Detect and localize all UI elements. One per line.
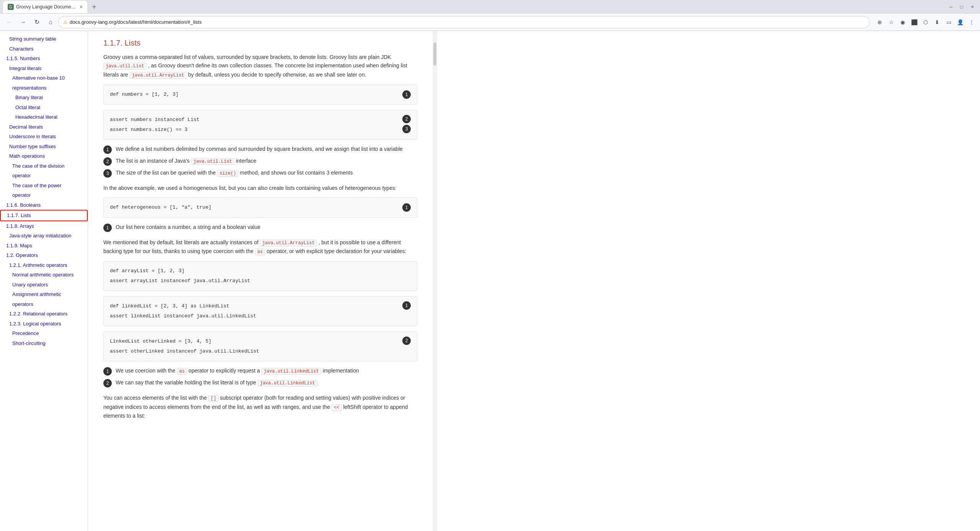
sidebar-item-java-style-array[interactable]: Java-style array initialization <box>0 231 88 241</box>
new-tab-button[interactable]: + <box>89 2 100 12</box>
sidebar-item-118-arrays[interactable]: 1.1.8. Arrays <box>0 221 88 231</box>
annotation-list-3: 1 We use coercion with the as operator t… <box>103 367 417 387</box>
address-bar[interactable]: ⚠ docs.groovy-lang.org/docs/latest/html/… <box>58 16 870 28</box>
bracket-code: [] <box>208 395 218 402</box>
extension1-icon[interactable]: ◉ <box>897 17 908 28</box>
sidebar-item-117-lists[interactable]: 1.1.7. Lists <box>0 210 88 221</box>
as-code: as <box>255 248 265 255</box>
badge-2: 2 <box>402 115 411 123</box>
sidebar-item-115-numbers[interactable]: 1.1.5. Numbers <box>0 54 88 64</box>
forward-button[interactable]: → <box>17 16 29 28</box>
sidebar-item-characters[interactable]: Characters <box>0 44 88 54</box>
code-line-linked1: def linkedList = [2, 3, 4] as LinkedList… <box>110 302 398 310</box>
sidebar-item-123-logical[interactable]: 1.2.3. Logical operators <box>0 319 88 329</box>
annotation-badge-2: 2 <box>103 157 112 166</box>
sidebar-item-case-division[interactable]: The case of the division <box>0 161 88 171</box>
sidebar-item-underscore[interactable]: Underscore in literals <box>0 132 88 142</box>
annotation-text-1: We define a list numbers delimited by co… <box>116 145 403 153</box>
in-above-paragraph: In the above example, we used a homogene… <box>103 184 417 192</box>
we-mentioned-paragraph: We mentioned that by default, list liter… <box>103 238 417 256</box>
sidebar-item-case-division-op[interactable]: operator <box>0 171 88 181</box>
sidebar-item-122-relational[interactable]: 1.2.2. Relational operators <box>0 309 88 319</box>
url-text: docs.groovy-lang.org/docs/latest/html/do… <box>70 19 202 25</box>
badge-3: 3 <box>402 125 411 133</box>
reload-button[interactable]: ↻ <box>31 16 43 28</box>
profile-icon[interactable]: 👤 <box>955 17 965 28</box>
code-line-assert1: assert numbers instanceof List 2 <box>110 116 398 124</box>
sidebar-item-math-operations[interactable]: Math operations <box>0 151 88 161</box>
extension2-icon[interactable]: ⬛ <box>909 17 920 28</box>
code-block-2: assert numbers instanceof List 2 assert … <box>103 110 417 140</box>
annotation-text-3: The size of the list can be queried with… <box>116 169 353 177</box>
scrollbar-right[interactable] <box>433 31 437 531</box>
intro-paragraph: Groovy uses a comma-separated list of va… <box>103 53 417 79</box>
lshift-code: << <box>332 404 341 411</box>
sidebar-item-decimal-literals[interactable]: Decimal literals <box>0 122 88 132</box>
code-block-1: def numbers = [1, 2, 3] 1 <box>103 85 417 105</box>
sidebar-item-integral-literals[interactable]: Integral literals <box>0 64 88 74</box>
access-paragraph: You can access elements of the list with… <box>103 394 417 420</box>
code-line-otherlinked1: LinkedList otherLinked = [3, 4, 5] 2 <box>110 337 398 346</box>
content-wrapper: 1.1.7. Lists Groovy uses a comma-separat… <box>88 31 980 531</box>
annotation-text-6: We can say that the variable holding the… <box>116 379 317 387</box>
sidebar-item-number-type[interactable]: Number type suffixes <box>0 142 88 152</box>
active-tab[interactable]: G Groovy Language Documenta... × <box>3 1 87 13</box>
annotation-badge-5: 1 <box>103 367 112 376</box>
code-block-6: LinkedList otherLinked = [3, 4, 5] 2 ass… <box>103 332 417 361</box>
extension3-icon[interactable]: ⬡ <box>920 17 931 28</box>
back-button[interactable]: ← <box>3 16 15 28</box>
annotation-6: 2 We can say that the variable holding t… <box>103 379 417 387</box>
sidebar-item-unary-operators[interactable]: Unary operators <box>0 280 88 290</box>
code-line-assert2: assert numbers.size() == 3 3 <box>110 126 398 134</box>
sidebar-item-binary-literal[interactable]: Binary literal <box>0 93 88 103</box>
java-util-linkedlist-code1: java.util.LinkedList <box>261 368 321 375</box>
annotation-3: 3 The size of the list can be queried wi… <box>103 169 417 178</box>
close-tab-button[interactable]: × <box>80 4 83 10</box>
intro-text3: by default, unless you decide to specify… <box>188 72 366 78</box>
java-util-list-code1: java.util.List <box>103 63 147 70</box>
sidebar-item-119-maps[interactable]: 1.1.9. Maps <box>0 241 88 251</box>
annotation-badge-6: 2 <box>103 379 112 387</box>
browser-toolbar: ← → ↻ ⌂ ⚠ docs.groovy-lang.org/docs/late… <box>0 14 980 31</box>
sidebar-item-case-power-op[interactable]: operator <box>0 190 88 200</box>
sidebar-item-normal-arithmetic[interactable]: Normal arithmetic operators <box>0 270 88 280</box>
code-block-4: def arrayList = [1, 2, 3] assert arrayLi… <box>103 261 417 291</box>
code-block-3: def heterogeneous = [1, "a", true] 1 <box>103 198 417 217</box>
annotation-text-4: Our list here contains a number, a strin… <box>116 223 260 231</box>
menu-icon[interactable]: ⋮ <box>966 17 977 28</box>
sidebar-item-octal-literal[interactable]: Octal literal <box>0 103 88 113</box>
badge-5: 1 <box>402 301 411 310</box>
sidebar-item-string-summary-table[interactable]: String summary table <box>0 34 88 44</box>
scrollbar-thumb[interactable] <box>433 42 436 65</box>
badge-4: 1 <box>402 203 411 212</box>
intro-text1: Groovy uses a comma-separated list of va… <box>103 54 391 60</box>
bookmark-icon[interactable]: ☆ <box>886 17 897 28</box>
annotation-badge-4: 1 <box>103 224 112 232</box>
code-block-5: def linkedList = [2, 3, 4] as LinkedList… <box>103 296 417 326</box>
maximize-button[interactable]: □ <box>957 2 966 11</box>
annotation-badge-3: 3 <box>103 169 112 178</box>
sidebar-item-alternative-non-base[interactable]: Alternative non-base 10 <box>0 73 88 83</box>
annotation-text-2: The list is an instance of Java's java.u… <box>116 157 256 165</box>
sidebar-item-case-power[interactable]: The case of the power <box>0 181 88 191</box>
sidebar-item-116-booleans[interactable]: 1.1.6. Booleans <box>0 200 88 210</box>
annotation-list-2: 1 Our list here contains a number, a str… <box>103 223 417 232</box>
minimize-button[interactable]: ─ <box>946 2 956 11</box>
sidebar-item-12-operators[interactable]: 1.2. Operators <box>0 250 88 260</box>
home-button[interactable]: ⌂ <box>44 16 57 28</box>
translate-icon[interactable]: ⊕ <box>874 17 885 28</box>
sidebar-item-hexadecimal-literal[interactable]: Hexadecimal literal <box>0 112 88 122</box>
java-util-linkedlist-code2: java.util.LinkedList <box>258 380 317 387</box>
sidebar-item-short-circuiting[interactable]: Short-circuiting <box>0 338 88 348</box>
main-layout: String summary table Characters 1.1.5. N… <box>0 31 980 531</box>
sidebar-item-assignment-arithmetic-op[interactable]: operators <box>0 299 88 309</box>
browser-chrome: G Groovy Language Documenta... × + ─ □ ×… <box>0 0 980 31</box>
sidebar-item-representations[interactable]: representations <box>0 83 88 93</box>
close-button[interactable]: × <box>968 2 977 11</box>
toolbar-icons: ⊕ ☆ ◉ ⬛ ⬡ ⬇ ▭ 👤 ⋮ <box>874 17 977 28</box>
download-icon[interactable]: ⬇ <box>932 17 942 28</box>
sidebar-item-precedence[interactable]: Precedence <box>0 328 88 338</box>
sidebar-item-assignment-arithmetic[interactable]: Assignment arithmetic <box>0 289 88 299</box>
sidebar-item-121-arithmetic[interactable]: 1.2.1. Arithmetic operators <box>0 260 88 270</box>
split-icon[interactable]: ▭ <box>943 17 954 28</box>
